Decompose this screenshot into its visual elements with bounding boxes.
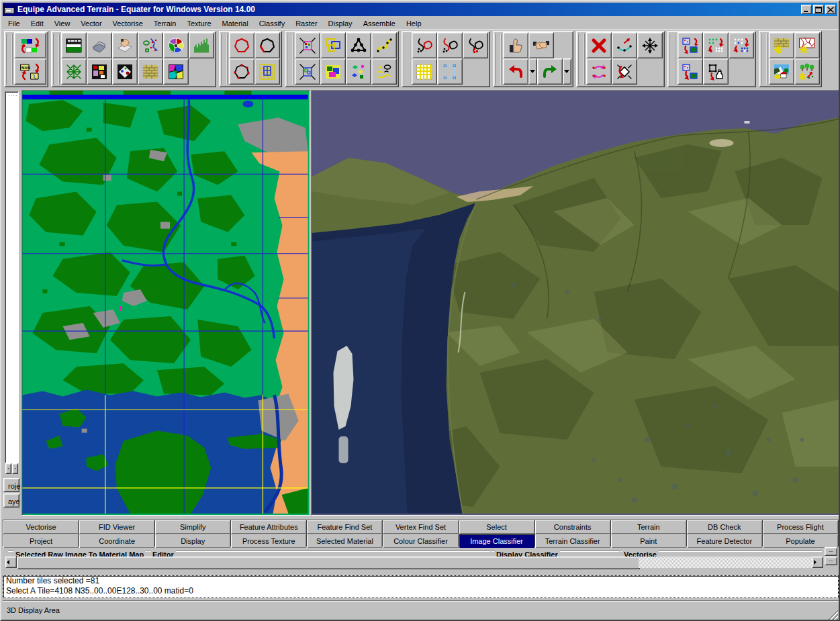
vector-sketch-button[interactable] (138, 32, 163, 58)
raster-table-button[interactable] (61, 32, 87, 58)
forest-process-button[interactable] (794, 58, 820, 85)
tab-terrain[interactable]: Terrain (611, 520, 686, 534)
tab-image-classifier[interactable]: Image Classifier (459, 534, 534, 548)
shape-transform-button[interactable] (703, 58, 729, 85)
menu-terrain[interactable]: Terrain (148, 18, 182, 29)
side-mini-button-1[interactable]: • (5, 463, 11, 474)
eraser-button[interactable] (87, 32, 112, 58)
menu-file[interactable]: File (3, 18, 26, 29)
black-polygon-button[interactable] (254, 32, 280, 58)
tab-selected-material[interactable]: Selected Material (307, 534, 382, 548)
tab-project[interactable]: Project (3, 534, 79, 548)
toolbar-grip[interactable] (577, 34, 585, 85)
tab-vectorise[interactable]: Vectorise (3, 520, 79, 534)
blue-points-swap-button[interactable] (729, 32, 754, 58)
redo-button[interactable] (537, 58, 563, 85)
title-bar[interactable]: Equipe Advanced Terrain - Equater for Wi… (3, 3, 837, 16)
toolbar-grip[interactable] (494, 34, 502, 85)
resize-grip[interactable] (829, 610, 838, 620)
scatter-shapes-button[interactable] (346, 58, 371, 85)
classified-map-button[interactable] (163, 58, 189, 85)
scrollbar-track[interactable] (639, 557, 812, 568)
tab-fid-viewer[interactable]: FID Viewer (79, 520, 154, 534)
menu-vectorise[interactable]: Vectorise (107, 18, 148, 29)
tab-display[interactable]: Display (155, 534, 230, 548)
rotate-shape-button[interactable] (612, 58, 637, 85)
pane-splitter-button-top[interactable]: — (825, 547, 837, 556)
menu-classify[interactable]: Classify (254, 18, 291, 29)
curve-red-region-button[interactable] (412, 32, 437, 58)
menu-view[interactable]: View (49, 18, 76, 29)
accept-button[interactable] (528, 32, 554, 58)
red-curve-region-button[interactable] (437, 32, 463, 58)
map-2d-view[interactable] (21, 90, 310, 516)
toolbar-grip[interactable] (5, 34, 13, 85)
bounds-rect-button[interactable] (437, 58, 463, 85)
menu-display[interactable]: Display (323, 18, 358, 29)
close-button[interactable] (825, 5, 836, 14)
crack-process-button[interactable] (794, 32, 820, 58)
minimize-button[interactable] (801, 5, 812, 14)
red-polygon-button[interactable] (229, 32, 254, 58)
tab-feature-attributes[interactable]: Feature Attributes (231, 520, 306, 534)
undo-dropdown-button[interactable] (528, 58, 537, 85)
tab-colour-classifier[interactable]: Colour Classifier (383, 534, 458, 548)
nan-swap-button[interactable]: NAN (14, 58, 46, 85)
rotate-points-button[interactable] (586, 58, 612, 85)
tab-terrain-classifier[interactable]: Terrain Classifier (535, 534, 610, 548)
scrollbar-thumb[interactable] (17, 557, 640, 569)
tab-populate[interactable]: Populate (763, 534, 838, 548)
smooth-curve-button[interactable] (612, 32, 637, 58)
menu-material[interactable]: Material (217, 18, 254, 29)
menu-edit[interactable]: Edit (26, 18, 49, 29)
brick-process-button[interactable] (769, 32, 794, 58)
polyline-points-button[interactable] (371, 32, 397, 58)
contour-squiggle-button[interactable] (371, 58, 397, 85)
colour-rects-button[interactable] (320, 58, 346, 85)
material-to-tile-button[interactable] (678, 58, 703, 85)
toolbar-grip[interactable] (403, 34, 410, 85)
menu-assemble[interactable]: Assemble (358, 18, 401, 29)
toolbar-grip[interactable] (669, 34, 676, 85)
material-swap-button[interactable] (14, 32, 46, 58)
menu-vector[interactable]: Vector (75, 18, 107, 29)
survey-map-button[interactable] (112, 58, 138, 85)
green-mesh-button[interactable] (61, 58, 87, 85)
toolbar-grip[interactable] (286, 34, 293, 85)
tab-simplify[interactable]: Simplify (155, 520, 230, 534)
yellow-grid-button[interactable] (412, 58, 437, 85)
colour-wheel-button[interactable] (163, 32, 189, 58)
scroll-right-button[interactable] (812, 557, 823, 568)
tab-feature-detector[interactable]: Feature Detector (687, 534, 762, 548)
curve-dotted-region-button[interactable] (463, 32, 488, 58)
hand-input-button[interactable] (112, 32, 138, 58)
tab-paint[interactable]: Paint (611, 534, 686, 548)
expand-extents-button[interactable] (295, 58, 320, 85)
brick-texture-button[interactable] (138, 58, 163, 85)
tab-feature-find-set[interactable]: Feature Find Set (307, 520, 382, 534)
node-polygon-button[interactable] (229, 58, 254, 85)
tab-process-flight[interactable]: Process Flight (763, 520, 838, 534)
tab-db-check[interactable]: DB Check (687, 520, 762, 534)
toolbar-grip[interactable] (220, 34, 228, 85)
tab-coordinate[interactable]: Coordinate (79, 534, 154, 548)
scene-process-button[interactable] (769, 58, 794, 85)
side-tab-project[interactable]: roje (3, 478, 19, 492)
message-list[interactable]: Number tiles selected =81 Select A Tile=… (3, 575, 839, 598)
side-tab-layer[interactable]: aye (3, 493, 19, 508)
tab-constraints[interactable]: Constraints (535, 520, 610, 534)
undo-button[interactable] (503, 58, 528, 85)
terrain-3d-view[interactable] (311, 90, 840, 516)
toolbar-grip[interactable] (52, 34, 60, 85)
pane-splitter-button-bottom[interactable]: — (825, 557, 837, 565)
move-all-button[interactable] (637, 32, 663, 58)
menu-help[interactable]: Help (401, 18, 427, 29)
maximize-button[interactable] (813, 5, 824, 14)
tile-to-material-button[interactable] (678, 32, 703, 58)
tab-select[interactable]: Select (459, 520, 534, 534)
triangle-nodes-button[interactable] (346, 32, 371, 58)
tab-process-texture[interactable]: Process Texture (231, 534, 306, 548)
green-points-swap-button[interactable] (703, 32, 729, 58)
side-mini-button-2[interactable]: • (12, 463, 18, 474)
project-list-panel[interactable] (5, 91, 19, 463)
